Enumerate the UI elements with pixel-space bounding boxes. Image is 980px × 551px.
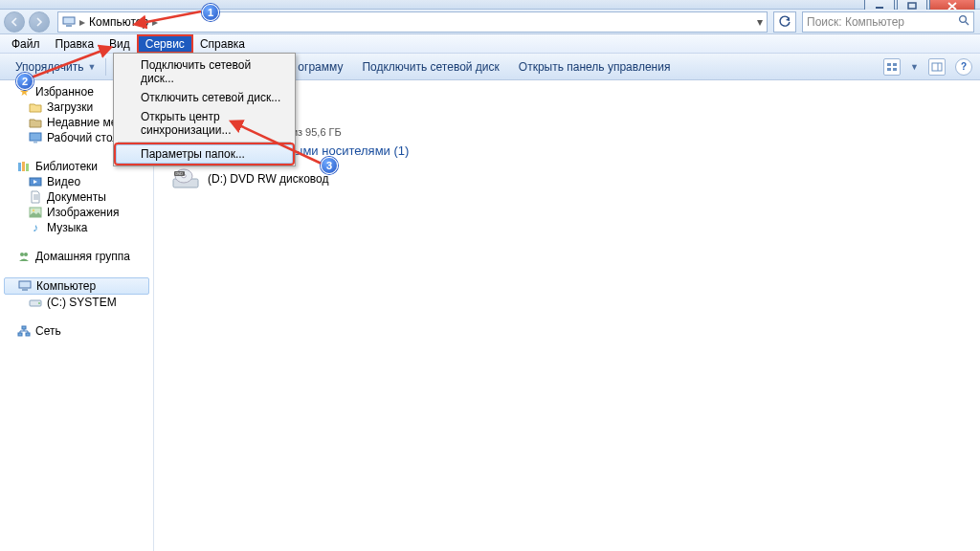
svg-rect-15	[22, 162, 25, 171]
svg-rect-6	[887, 63, 891, 66]
svg-rect-3	[66, 25, 72, 27]
menu-tools[interactable]: Сервис	[138, 35, 192, 53]
sidebar-videos[interactable]: Видео	[0, 174, 153, 189]
network-icon	[17, 324, 31, 338]
address-dropdown-icon[interactable]: ▾	[757, 15, 763, 29]
sidebar-item-label: Сеть	[35, 324, 61, 338]
sidebar-item-label: Домашняя группа	[35, 250, 130, 263]
sidebar-item-label: Документы	[47, 190, 106, 204]
sidebar-item-label: Видео	[47, 175, 80, 188]
sidebar-item-label: Изображения	[47, 206, 119, 219]
svg-rect-26	[19, 281, 31, 288]
svg-rect-13	[33, 142, 37, 143]
computer-icon	[18, 279, 32, 293]
sidebar-item-label: (C:) SYSTEM	[47, 296, 117, 309]
cmd-organize[interactable]: Упорядочить ▼	[6, 60, 105, 74]
menu-bar: Файл Правка Вид Сервис Справка	[0, 34, 980, 54]
svg-rect-16	[26, 164, 29, 171]
help-button[interactable]: ?	[955, 58, 972, 76]
svg-rect-30	[18, 333, 22, 336]
svg-rect-31	[26, 333, 30, 336]
refresh-button[interactable]	[773, 11, 796, 33]
chevron-down-icon[interactable]: ▼	[910, 62, 919, 72]
sidebar-item-label: Избранное	[35, 85, 94, 99]
video-icon	[29, 175, 42, 188]
breadcrumb-sep-icon: ▸	[76, 15, 89, 29]
search-input[interactable]: Поиск: Компьютер	[802, 11, 974, 33]
chevron-down-icon: ▼	[87, 62, 96, 72]
recent-icon	[29, 116, 42, 129]
sidebar-computer[interactable]: Компьютер	[4, 277, 149, 295]
search-icon	[958, 14, 969, 29]
drive-label: (D:) DVD RW дисковод	[208, 172, 329, 186]
sidebar-music[interactable]: ♪ Музыка	[0, 220, 153, 235]
sidebar-pictures[interactable]: Изображения	[0, 205, 153, 220]
tools-dropdown: Подключить сетевой диск... Отключить сет…	[113, 53, 296, 166]
svg-rect-9	[893, 68, 897, 71]
breadcrumb-sep-icon: ▸	[148, 15, 162, 29]
breadcrumb-root[interactable]: Компьютер	[89, 15, 148, 29]
sidebar-item-label: Загрузки	[47, 100, 93, 114]
svg-point-29	[38, 302, 40, 304]
svg-line-5	[966, 22, 969, 25]
music-icon: ♪	[29, 221, 42, 234]
address-bar[interactable]: ▸ Компьютер ▸ ▾	[57, 11, 768, 33]
sidebar-item-label: Рабочий стол	[47, 131, 119, 144]
menu-view[interactable]: Вид	[101, 35, 138, 53]
sidebar-c-drive[interactable]: (C:) SYSTEM	[0, 295, 153, 310]
dd-map-drive[interactable]: Подключить сетевой диск...	[116, 55, 293, 88]
dd-sync-center[interactable]: Открыть центр синхронизации...	[116, 107, 293, 140]
sidebar-item-label: Библиотеки	[35, 160, 98, 173]
drive-icon	[29, 296, 42, 309]
svg-text:DVD: DVD	[176, 172, 184, 176]
svg-rect-10	[932, 63, 942, 71]
sidebar-item-label: Компьютер	[36, 279, 96, 293]
homegroup-icon	[17, 250, 31, 263]
view-options-button[interactable]	[883, 58, 901, 76]
annotation-badge-2: 2	[16, 73, 33, 90]
dvd-drive-icon: DVD	[171, 167, 200, 190]
sidebar-homegroup[interactable]: Домашняя группа	[0, 249, 153, 264]
back-button[interactable]	[4, 11, 25, 33]
svg-rect-14	[18, 163, 21, 171]
folder-icon	[29, 100, 42, 114]
sidebar-item-label: Музыка	[47, 221, 87, 234]
svg-rect-32	[22, 326, 26, 329]
title-bar	[0, 0, 980, 10]
annotation-badge-1: 1	[202, 4, 219, 21]
cmd-organize-label: Упорядочить	[15, 60, 83, 74]
menu-help[interactable]: Справка	[192, 35, 253, 53]
nav-bar: ▸ Компьютер ▸ ▾ Поиск: Компьютер	[0, 10, 980, 34]
search-placeholder: Поиск: Компьютер	[807, 15, 904, 29]
sidebar-network[interactable]: Сеть	[0, 323, 153, 339]
svg-point-24	[20, 253, 24, 256]
svg-rect-12	[30, 133, 41, 141]
document-icon	[29, 190, 42, 204]
pictures-icon	[29, 206, 42, 219]
svg-rect-7	[893, 63, 897, 66]
svg-rect-2	[63, 17, 75, 24]
svg-point-23	[33, 209, 34, 211]
desktop-icon	[29, 131, 42, 144]
svg-point-4	[960, 16, 967, 23]
svg-rect-8	[887, 68, 891, 71]
menu-file[interactable]: Файл	[4, 35, 48, 53]
dd-unmap-drive[interactable]: Отключить сетевой диск...	[116, 88, 293, 107]
preview-pane-button[interactable]	[928, 58, 946, 76]
cmd-program-partial[interactable]: ограмму	[298, 60, 352, 74]
svg-rect-1	[908, 3, 916, 9]
menu-edit[interactable]: Правка	[48, 35, 102, 53]
cmd-separator	[105, 58, 106, 76]
cmd-control-panel[interactable]: Открыть панель управления	[509, 60, 680, 74]
forward-button[interactable]	[29, 11, 50, 33]
computer-icon	[62, 15, 76, 29]
dd-folder-options[interactable]: Параметры папок...	[116, 144, 293, 164]
svg-rect-0	[876, 7, 883, 9]
svg-point-25	[24, 253, 28, 256]
dd-separator	[118, 142, 291, 143]
cmd-map-network[interactable]: Подключить сетевой диск	[352, 60, 508, 74]
sidebar-documents[interactable]: Документы	[0, 189, 153, 205]
libraries-icon	[17, 160, 31, 173]
annotation-badge-3: 3	[321, 157, 338, 174]
svg-rect-27	[22, 289, 28, 291]
